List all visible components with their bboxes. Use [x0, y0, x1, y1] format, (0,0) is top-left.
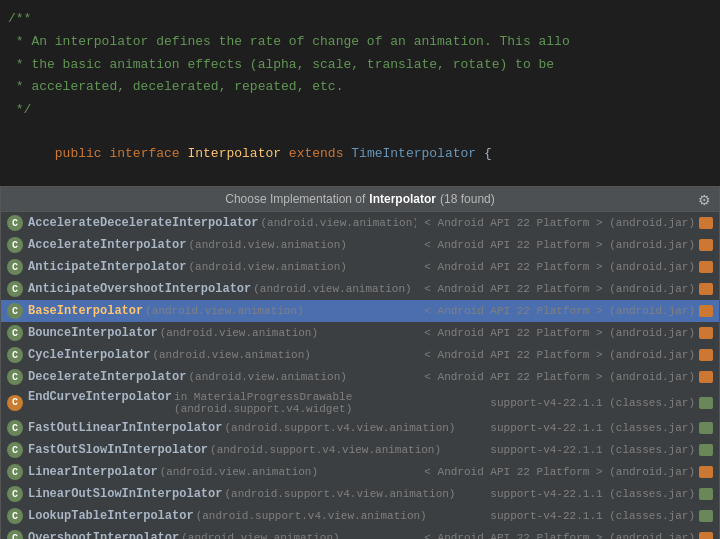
class-name: LinearOutSlowInInterpolator	[28, 487, 222, 501]
list-item[interactable]: C FastOutLinearInInterpolator (android.s…	[1, 417, 719, 439]
class-name: EndCurveInterpolator	[28, 390, 172, 404]
editor-container: /** * An interpolator defines the rate o…	[0, 0, 720, 539]
location-text: < Android API 22 Platform > (android.jar…	[424, 239, 695, 251]
location-text: < Android API 22 Platform > (android.jar…	[424, 283, 695, 295]
parent-type: TimeInterpolator	[351, 146, 476, 161]
item-location: < Android API 22 Platform > (android.jar…	[424, 327, 713, 339]
item-location: support-v4-22.1.1 (classes.jar)	[490, 444, 713, 456]
jar-icon	[699, 327, 713, 339]
class-icon: C	[7, 281, 23, 297]
list-item[interactable]: C LinearInterpolator (android.view.anima…	[1, 461, 719, 483]
list-item[interactable]: C CycleInterpolator (android.view.animat…	[1, 344, 719, 366]
list-item[interactable]: C EndCurveInterpolator in MaterialProgre…	[1, 388, 719, 417]
jar-icon	[699, 510, 713, 522]
class-icon: C	[7, 303, 23, 319]
location-text: < Android API 22 Platform > (android.jar…	[424, 217, 695, 229]
item-location: < Android API 22 Platform > (android.jar…	[424, 305, 713, 317]
item-location: < Android API 22 Platform > (android.jar…	[424, 217, 713, 229]
jar-icon	[699, 261, 713, 273]
item-left: LinearOutSlowInInterpolator (android.sup…	[28, 487, 482, 501]
location-text: < Android API 22 Platform > (android.jar…	[424, 466, 695, 478]
item-location: < Android API 22 Platform > (android.jar…	[424, 532, 713, 539]
location-text: support-v4-22.1.1 (classes.jar)	[490, 488, 695, 500]
code-line-5: */	[0, 99, 720, 122]
class-icon: C	[7, 215, 23, 231]
list-item[interactable]: C AnticipateInterpolator (android.view.a…	[1, 256, 719, 278]
item-left: AnticipateInterpolator (android.view.ani…	[28, 260, 416, 274]
class-name: FastOutSlowInInterpolator	[28, 443, 208, 457]
location-text: support-v4-22.1.1 (classes.jar)	[490, 510, 695, 522]
item-location: support-v4-22.1.1 (classes.jar)	[490, 422, 713, 434]
class-name: AnticipateInterpolator	[28, 260, 186, 274]
list-item[interactable]: C AnticipateOvershootInterpolator (andro…	[1, 278, 719, 300]
package-name: (android.view.animation)	[160, 327, 318, 339]
item-left: DecelerateInterpolator (android.view.ani…	[28, 370, 416, 384]
keyword-extends: extends	[289, 146, 351, 161]
class-icon: C	[7, 464, 23, 480]
popup-count: (18 found)	[440, 192, 495, 206]
location-text: support-v4-22.1.1 (classes.jar)	[490, 422, 695, 434]
class-icon: C	[7, 325, 23, 341]
item-location: < Android API 22 Platform > (android.jar…	[424, 371, 713, 383]
location-text: < Android API 22 Platform > (android.jar…	[424, 305, 695, 317]
list-item[interactable]: C LookupTableInterpolator (android.suppo…	[1, 505, 719, 527]
list-item[interactable]: C AccelerateInterpolator (android.view.a…	[1, 234, 719, 256]
class-name: AccelerateInterpolator	[28, 238, 186, 252]
item-left: OvershootInterpolator (android.view.anim…	[28, 531, 416, 539]
list-item-selected[interactable]: C BaseInterpolator (android.view.animati…	[1, 300, 719, 322]
popup-header: Choose Implementation of Interpolator (1…	[1, 187, 719, 212]
item-left: CycleInterpolator (android.view.animatio…	[28, 348, 416, 362]
item-location: < Android API 22 Platform > (android.jar…	[424, 349, 713, 361]
package-name: (android.view.animation)	[181, 532, 339, 539]
item-location: support-v4-22.1.1 (classes.jar)	[490, 510, 713, 522]
class-icon: C	[7, 237, 23, 253]
list-item[interactable]: C AccelerateDecelerateInterpolator (andr…	[1, 212, 719, 234]
item-left: FastOutSlowInInterpolator (android.suppo…	[28, 443, 482, 457]
package-name: (android.support.v4.view.animation)	[224, 422, 455, 434]
list-item[interactable]: C BounceInterpolator (android.view.anima…	[1, 322, 719, 344]
jar-icon	[699, 305, 713, 317]
item-left: AccelerateDecelerateInterpolator (androi…	[28, 216, 416, 230]
package-name: (android.view.animation)	[188, 239, 346, 251]
location-text: support-v4-22.1.1 (classes.jar)	[490, 444, 695, 456]
item-left: BounceInterpolator (android.view.animati…	[28, 326, 416, 340]
item-location: support-v4-22.1.1 (classes.jar)	[490, 488, 713, 500]
class-icon: C	[7, 486, 23, 502]
gear-icon[interactable]: ⚙	[698, 192, 711, 208]
class-name: LookupTableInterpolator	[28, 509, 194, 523]
location-text: < Android API 22 Platform > (android.jar…	[424, 261, 695, 273]
item-location: < Android API 22 Platform > (android.jar…	[424, 466, 713, 478]
jar-icon	[699, 371, 713, 383]
class-name: BaseInterpolator	[28, 304, 143, 318]
package-name: (android.view.animation)	[260, 217, 416, 229]
package-name: (android.support.v4.view.animation)	[224, 488, 455, 500]
location-text: < Android API 22 Platform > (android.jar…	[424, 327, 695, 339]
item-location: < Android API 22 Platform > (android.jar…	[424, 239, 713, 251]
implementation-popup: Choose Implementation of Interpolator (1…	[0, 186, 720, 539]
list-item[interactable]: C DecelerateInterpolator (android.view.a…	[1, 366, 719, 388]
class-name: DecelerateInterpolator	[28, 370, 186, 384]
package-name: (android.view.animation)	[152, 349, 310, 361]
item-left: LinearInterpolator (android.view.animati…	[28, 465, 416, 479]
jar-icon	[699, 217, 713, 229]
item-left: LookupTableInterpolator (android.support…	[28, 509, 482, 523]
code-line-6: public interface Interpolator extends Ti…	[0, 122, 720, 186]
class-icon: C	[7, 508, 23, 524]
code-line-4: * accelerated, decelerated, repeated, et…	[0, 76, 720, 99]
jar-icon	[699, 466, 713, 478]
location-text: < Android API 22 Platform > (android.jar…	[424, 371, 695, 383]
item-left: AnticipateOvershootInterpolator (android…	[28, 282, 416, 296]
class-icon: C	[7, 395, 23, 411]
keyword-public: public	[55, 146, 110, 161]
code-line-1: /**	[0, 8, 720, 31]
list-item[interactable]: C OvershootInterpolator (android.view.an…	[1, 527, 719, 539]
code-line-3: * the basic animation effects (alpha, sc…	[0, 54, 720, 77]
list-item[interactable]: C LinearOutSlowInInterpolator (android.s…	[1, 483, 719, 505]
item-left: AccelerateInterpolator (android.view.ani…	[28, 238, 416, 252]
class-icon: C	[7, 259, 23, 275]
list-item[interactable]: C FastOutSlowInInterpolator (android.sup…	[1, 439, 719, 461]
package-name: (android.view.animation)	[253, 283, 411, 295]
jar-icon	[699, 349, 713, 361]
package-name: (android.view.animation)	[188, 371, 346, 383]
class-name: LinearInterpolator	[28, 465, 158, 479]
